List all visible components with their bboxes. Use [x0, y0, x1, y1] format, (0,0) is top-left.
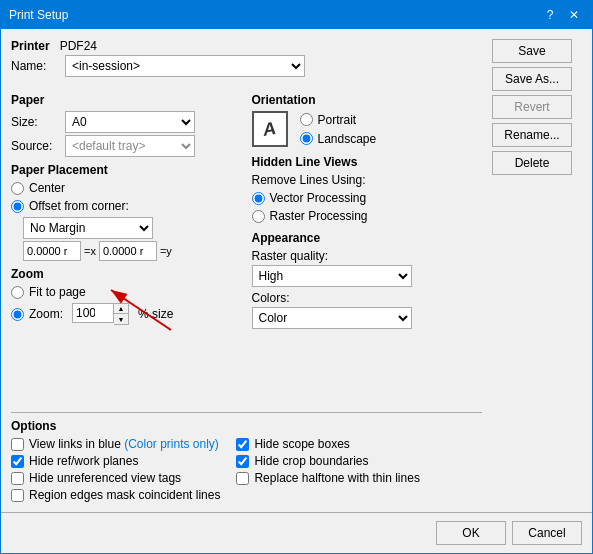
raster-quality-label: Raster quality:	[252, 249, 329, 263]
raster-quality-select[interactable]: High	[252, 265, 412, 287]
options-title: Options	[11, 419, 482, 433]
title-bar: Print Setup ? ✕	[1, 1, 592, 29]
center-label: Center	[29, 181, 65, 195]
zoom-spinner: ▲ ▼	[72, 303, 129, 325]
check3-row[interactable]: Hide unreferenced view tags	[11, 471, 220, 485]
portrait-label: Portrait	[318, 113, 357, 127]
margin-select[interactable]: No Margin	[23, 217, 153, 239]
check4[interactable]	[11, 489, 24, 502]
paper-source-row: Source: <default tray>	[11, 135, 242, 157]
options-section: Options View links in blue (Color prints…	[11, 412, 482, 502]
check3[interactable]	[11, 472, 24, 485]
check7[interactable]	[236, 472, 249, 485]
zoom-input[interactable]	[72, 303, 114, 323]
size-label: % size	[138, 307, 173, 321]
revert-button[interactable]: Revert	[492, 95, 572, 119]
landscape-radio[interactable]	[300, 132, 313, 145]
printer-name-select[interactable]: <in-session>	[65, 55, 305, 77]
raster-radio-row[interactable]: Raster Processing	[252, 209, 483, 223]
printer-section: Printer PDF24 Name: <in-session>	[11, 39, 482, 79]
offset-label: Offset from corner:	[29, 199, 129, 213]
zoom-title: Zoom	[11, 267, 242, 281]
spinner-buttons: ▲ ▼	[114, 303, 129, 325]
center-radio-row[interactable]: Center	[11, 181, 242, 195]
ok-button[interactable]: OK	[436, 521, 506, 545]
remove-lines-label: Remove Lines Using:	[252, 173, 483, 187]
check2-label: Hide ref/work planes	[29, 454, 138, 468]
center-radio[interactable]	[11, 182, 24, 195]
title-controls: ? ✕	[540, 5, 584, 25]
printer-label: Printer	[11, 39, 50, 53]
coord-row: =x =y	[11, 241, 242, 261]
fit-radio-row[interactable]: Fit to page	[11, 285, 242, 299]
check2-row[interactable]: Hide ref/work planes	[11, 454, 220, 468]
vector-radio[interactable]	[252, 192, 265, 205]
dialog-content: Printer PDF24 Name: <in-session> Paper	[1, 29, 592, 512]
save-button[interactable]: Save	[492, 39, 572, 63]
landscape-radio-row[interactable]: Landscape	[300, 132, 377, 146]
cancel-button[interactable]: Cancel	[512, 521, 582, 545]
fit-radio[interactable]	[11, 286, 24, 299]
vector-radio-row[interactable]: Vector Processing	[252, 191, 483, 205]
check5-row[interactable]: Hide scope boxes	[236, 437, 419, 451]
check6-label: Hide crop boundaries	[254, 454, 368, 468]
check3-label: Hide unreferenced view tags	[29, 471, 181, 485]
zoom-section: Zoom Fit to page Zoom: ▲	[11, 267, 242, 325]
zoom-up-btn[interactable]: ▲	[114, 304, 128, 314]
options-col-left: View links in blue (Color prints only) H…	[11, 437, 220, 502]
right-button-panel: Save Save As... Revert Rename... Delete	[492, 39, 582, 502]
orientation-radios: Portrait Landscape	[300, 113, 377, 146]
hidden-line-section: Hidden Line Views Remove Lines Using: Ve…	[252, 155, 483, 223]
x-label: =x	[84, 245, 96, 257]
zoom-radio-row[interactable]: Zoom: ▲ ▼ % size	[11, 303, 242, 325]
save-as-button[interactable]: Save As...	[492, 67, 572, 91]
y-label: =y	[160, 245, 172, 257]
printer-name-row: Name: <in-session>	[11, 55, 482, 77]
colors-select[interactable]: Color	[252, 307, 412, 329]
y-coord-input[interactable]	[99, 241, 157, 261]
paper-source-select[interactable]: <default tray>	[65, 135, 195, 157]
raster-label: Raster Processing	[270, 209, 368, 223]
check4-row[interactable]: Region edges mask coincident lines	[11, 488, 220, 502]
check1-label: View links in blue (Color prints only)	[29, 437, 219, 451]
offset-radio[interactable]	[11, 200, 24, 213]
landscape-label: Landscape	[318, 132, 377, 146]
help-button[interactable]: ?	[540, 5, 560, 25]
orientation-section: Orientation A Portrait	[252, 93, 483, 147]
check5[interactable]	[236, 438, 249, 451]
orientation-box: A Portrait Landscape	[252, 111, 483, 147]
close-button[interactable]: ✕	[564, 5, 584, 25]
orientation-title: Orientation	[252, 93, 483, 107]
appearance-section: Appearance Raster quality: High Colors:	[252, 231, 483, 329]
paper-size-row: Size: A0	[11, 111, 242, 133]
paper-placement-title: Paper Placement	[11, 163, 242, 177]
raster-radio[interactable]	[252, 210, 265, 223]
paper-placement-section: Paper Placement Center Offset from corne…	[11, 163, 242, 261]
check6-row[interactable]: Hide crop boundaries	[236, 454, 419, 468]
check1-row[interactable]: View links in blue (Color prints only)	[11, 437, 220, 451]
left-panel: Printer PDF24 Name: <in-session> Paper	[11, 39, 482, 502]
paper-size-select[interactable]: A0	[65, 111, 195, 133]
column-right: Orientation A Portrait	[252, 93, 483, 400]
x-coord-input[interactable]	[23, 241, 81, 261]
check2[interactable]	[11, 455, 24, 468]
pdf24-label: PDF24	[60, 39, 97, 53]
check1-sublabel: (Color prints only)	[124, 437, 219, 451]
column-left: Paper Size: A0 Source: <default tray>	[11, 93, 242, 400]
rename-button[interactable]: Rename...	[492, 123, 572, 147]
zoom-down-btn[interactable]: ▼	[114, 314, 128, 324]
offset-radio-row[interactable]: Offset from corner:	[11, 199, 242, 213]
zoom-radio[interactable]	[11, 308, 24, 321]
options-col-right: Hide scope boxes Hide crop boundaries Re…	[236, 437, 419, 502]
portrait-radio[interactable]	[300, 113, 313, 126]
orientation-icon: A	[252, 111, 288, 147]
print-setup-dialog: Print Setup ? ✕ Printer PDF24 Name: <in-…	[0, 0, 593, 554]
fit-label: Fit to page	[29, 285, 86, 299]
check6[interactable]	[236, 455, 249, 468]
check1[interactable]	[11, 438, 24, 451]
check7-row[interactable]: Replace halftone with thin lines	[236, 471, 419, 485]
check7-label: Replace halftone with thin lines	[254, 471, 419, 485]
portrait-radio-row[interactable]: Portrait	[300, 113, 377, 127]
appearance-title: Appearance	[252, 231, 483, 245]
delete-button[interactable]: Delete	[492, 151, 572, 175]
